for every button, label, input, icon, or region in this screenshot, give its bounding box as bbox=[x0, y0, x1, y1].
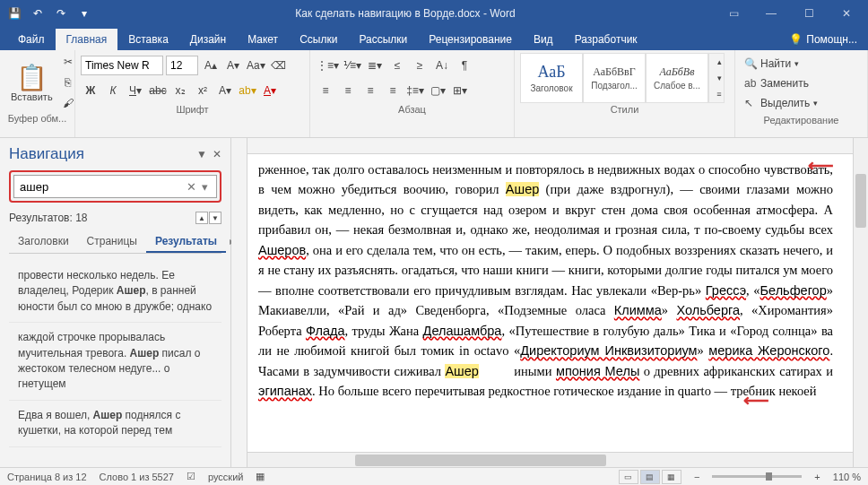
multilevel-button[interactable]: ≣▾ bbox=[365, 56, 385, 75]
style-subtle[interactable]: АаБбВвСлабое в... bbox=[646, 53, 708, 103]
style-heading[interactable]: АаБЗаголовок bbox=[520, 53, 583, 103]
qat-customize-button[interactable]: ▾ bbox=[74, 3, 95, 24]
nav-tab-pages[interactable]: Страницы bbox=[78, 231, 146, 253]
status-page[interactable]: Страница 8 из 12 bbox=[7, 472, 87, 482]
style-subheading[interactable]: АаБбВвГПодзагол... bbox=[583, 53, 646, 103]
search-clear-button[interactable]: ✕ bbox=[184, 180, 199, 194]
shading-button[interactable]: ▢▾ bbox=[428, 81, 447, 100]
styles-prev-button[interactable]: ▴ bbox=[709, 54, 729, 70]
result-item[interactable]: каждой строчке прорывалась мучительная т… bbox=[9, 323, 221, 401]
bold-button[interactable]: Ж bbox=[81, 81, 100, 100]
underline-button[interactable]: Ч▾ bbox=[126, 81, 145, 100]
results-list: провести несколько недель. Ее владелец, … bbox=[9, 261, 221, 460]
styles-more-button[interactable]: ≡ bbox=[709, 86, 729, 102]
align-center-button[interactable]: ≡ bbox=[338, 81, 358, 100]
increase-indent-button[interactable]: ≥ bbox=[410, 56, 430, 75]
view-print-button[interactable]: ▤ bbox=[640, 470, 660, 484]
line-spacing-button[interactable]: ‡≡▾ bbox=[405, 81, 425, 100]
horizontal-ruler[interactable] bbox=[247, 138, 853, 154]
replace-button[interactable]: abЗаменить bbox=[744, 74, 858, 92]
search-input[interactable] bbox=[20, 180, 184, 194]
next-result-button[interactable]: ▼ bbox=[209, 212, 221, 224]
titlebar: 💾 ↶ ↷ ▾ Как сделать навигацию в Ворде.do… bbox=[0, 0, 868, 27]
superscript-button[interactable]: x² bbox=[193, 81, 213, 100]
paste-button[interactable]: 📋 Вставить bbox=[5, 53, 58, 112]
zoom-level[interactable]: 110 % bbox=[833, 472, 861, 482]
tell-me-button[interactable]: 💡Помощн... bbox=[778, 29, 868, 50]
zoom-handle[interactable] bbox=[766, 472, 772, 481]
styles-next-button[interactable]: ▾ bbox=[709, 70, 729, 86]
tab-layout[interactable]: Макет bbox=[237, 29, 289, 50]
tab-review[interactable]: Рецензирование bbox=[418, 29, 523, 50]
ribbon-options-button[interactable]: ▭ bbox=[716, 1, 751, 26]
result-item[interactable]: Едва я вошел, Ашер поднялся с кушетки, н… bbox=[9, 401, 221, 447]
vertical-ruler[interactable] bbox=[231, 138, 247, 467]
view-buttons: ▭ ▤ ▦ bbox=[619, 470, 681, 484]
zoom-slider[interactable] bbox=[712, 475, 802, 478]
tab-developer[interactable]: Разработчик bbox=[564, 29, 648, 50]
nav-tab-results[interactable]: Результаты bbox=[146, 231, 226, 253]
tab-home[interactable]: Главная bbox=[56, 29, 118, 50]
navigation-pane: Навигация ▼ ✕ ✕ ▾ Результатов: 18 ▲ ▼ За… bbox=[0, 138, 231, 467]
redo-button[interactable]: ↷ bbox=[50, 3, 72, 24]
nav-close-button[interactable]: ✕ bbox=[213, 148, 221, 160]
clear-format-button[interactable]: ⌫ bbox=[269, 56, 289, 75]
decrease-indent-button[interactable]: ≤ bbox=[387, 56, 407, 75]
strike-button[interactable]: abc bbox=[148, 81, 168, 100]
view-read-button[interactable]: ▭ bbox=[619, 470, 638, 484]
maximize-button[interactable]: ☐ bbox=[791, 1, 827, 26]
close-button[interactable]: ✕ bbox=[829, 1, 864, 26]
scroll-thumb[interactable] bbox=[855, 174, 866, 228]
horizontal-scrollbar[interactable] bbox=[247, 452, 853, 467]
font-color-button[interactable]: A▾ bbox=[260, 81, 280, 100]
numbering-button[interactable]: ⅟≡▾ bbox=[343, 56, 362, 75]
replace-icon: ab bbox=[744, 77, 757, 90]
find-button[interactable]: 🔍Найти▾ bbox=[744, 55, 858, 73]
zoom-in-button[interactable]: + bbox=[814, 472, 820, 482]
grow-font-button[interactable]: A▴ bbox=[201, 56, 221, 75]
view-web-button[interactable]: ▦ bbox=[662, 470, 681, 484]
justify-button[interactable]: ≡ bbox=[383, 81, 403, 100]
status-language[interactable]: русский bbox=[208, 472, 243, 482]
tab-insert[interactable]: Вставка bbox=[117, 29, 179, 50]
change-case-button[interactable]: Aa▾ bbox=[246, 56, 266, 75]
result-item[interactable]: провести несколько недель. Ее владелец, … bbox=[9, 261, 221, 323]
status-words[interactable]: Слово 1 из 5527 bbox=[100, 472, 174, 482]
tab-design[interactable]: Дизайн bbox=[179, 29, 237, 50]
window-buttons: ▭ ― ☐ ✕ bbox=[716, 1, 864, 26]
bullets-button[interactable]: ⋮≡▾ bbox=[316, 56, 340, 75]
italic-button[interactable]: К bbox=[103, 81, 123, 100]
group-styles: АаБЗаголовок АаБбВвГПодзагол... АаБбВвСл… bbox=[515, 50, 735, 137]
align-left-button[interactable]: ≡ bbox=[316, 81, 335, 100]
show-marks-button[interactable]: ¶ bbox=[455, 56, 474, 75]
status-proofing-icon[interactable]: ☑ bbox=[187, 471, 195, 482]
minimize-button[interactable]: ― bbox=[753, 1, 789, 26]
shrink-font-button[interactable]: A▾ bbox=[223, 56, 243, 75]
tab-view[interactable]: Вид bbox=[523, 29, 564, 50]
nav-menu-button[interactable]: ▼ bbox=[196, 148, 207, 160]
status-macro-icon[interactable]: ▦ bbox=[256, 471, 265, 482]
tab-mailings[interactable]: Рассылки bbox=[348, 29, 418, 50]
tab-references[interactable]: Ссылки bbox=[289, 29, 348, 50]
scroll-thumb[interactable] bbox=[355, 455, 606, 466]
select-button[interactable]: ↖Выделить▾ bbox=[744, 94, 858, 112]
tab-file[interactable]: Файл bbox=[7, 29, 56, 50]
font-size-input[interactable] bbox=[166, 56, 198, 75]
text-effects-button[interactable]: A▾ bbox=[215, 81, 235, 100]
search-menu-button[interactable]: ▾ bbox=[199, 180, 211, 194]
vertical-scrollbar[interactable] bbox=[853, 138, 868, 467]
undo-button[interactable]: ↶ bbox=[27, 3, 48, 24]
borders-button[interactable]: ⊞▾ bbox=[450, 81, 470, 100]
sort-button[interactable]: A↓ bbox=[432, 56, 452, 75]
highlight-button[interactable]: ab▾ bbox=[238, 81, 257, 100]
align-right-button[interactable]: ≡ bbox=[360, 81, 380, 100]
nav-title: Навигация bbox=[9, 145, 84, 163]
save-button[interactable]: 💾 bbox=[4, 3, 25, 24]
window-title: Как сделать навигацию в Ворде.docx - Wor… bbox=[95, 7, 716, 20]
prev-result-button[interactable]: ▲ bbox=[195, 212, 208, 224]
font-name-input[interactable] bbox=[81, 56, 163, 75]
subscript-button[interactable]: x₂ bbox=[170, 81, 190, 100]
nav-tab-headings[interactable]: Заголовки bbox=[9, 231, 78, 253]
cursor-icon: ↖ bbox=[744, 97, 757, 109]
zoom-out-button[interactable]: − bbox=[694, 472, 699, 482]
